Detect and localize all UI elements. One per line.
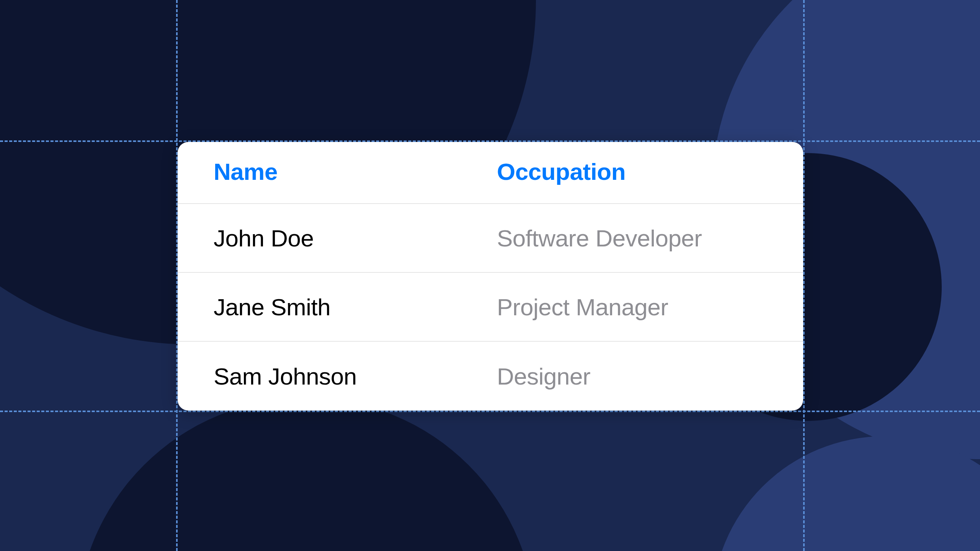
cell-occupation: Software Developer	[497, 225, 702, 251]
people-table-card: Name Occupation John Doe Software Develo…	[178, 142, 803, 411]
background-shape	[77, 398, 536, 551]
table-row[interactable]: Sam Johnson Designer	[178, 342, 803, 411]
column-header-name[interactable]: Name	[214, 158, 278, 185]
cell-name: Sam Johnson	[214, 363, 357, 390]
table-row[interactable]: Jane Smith Project Manager	[178, 273, 803, 342]
background-shape	[712, 436, 980, 551]
cell-name: Jane Smith	[214, 294, 330, 320]
cell-occupation: Project Manager	[497, 294, 668, 320]
cell-name: John Doe	[214, 225, 314, 251]
table-header-row: Name Occupation	[178, 155, 803, 204]
column-header-occupation[interactable]: Occupation	[497, 158, 626, 185]
guide-line-bottom	[0, 411, 980, 412]
table-row[interactable]: John Doe Software Developer	[178, 204, 803, 273]
cell-occupation: Designer	[497, 363, 590, 390]
guide-line-right	[803, 0, 805, 551]
